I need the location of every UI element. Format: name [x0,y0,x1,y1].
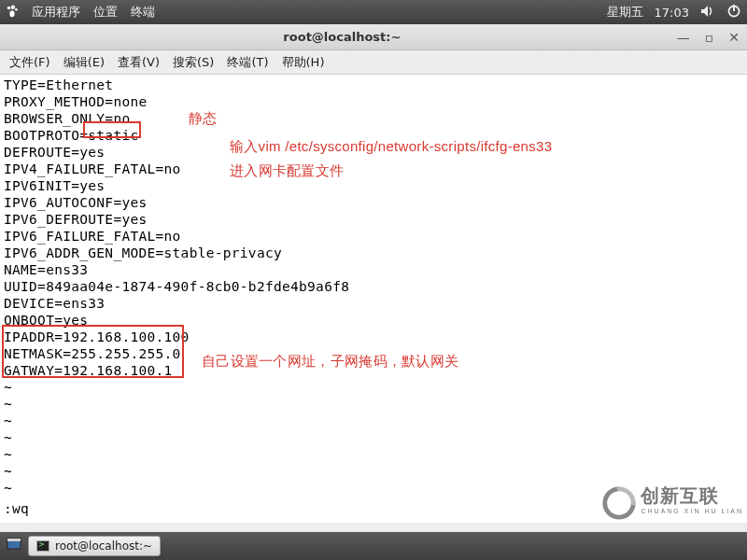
config-line: PROXY_METHOD=none [4,93,743,110]
window-minimize-button[interactable]: — [677,30,690,45]
menu-places[interactable]: 位置 [93,4,118,21]
power-icon[interactable] [726,4,741,21]
volume-icon[interactable] [700,4,715,21]
clock-day: 星期五 [607,4,643,21]
highlight-box-network [2,325,184,378]
vim-tilde: ~ [4,396,743,413]
menubar: 文件(F) 编辑(E) 查看(V) 搜索(S) 终端(T) 帮助(H) [0,50,747,75]
svg-rect-8 [7,539,21,541]
config-line: IPV6_AUTOCONF=yes [4,194,743,211]
config-line: IPV4_FAILURE_FATAL=no [4,161,743,177]
config-line: IPV6_FAILURE_FATAL=no [4,228,743,245]
highlight-box-static [83,121,141,138]
watermark-sub: CHUANG XIN HU LIAN [641,503,743,520]
config-line: UUID=849aa04e-1874-490f-8cb0-b2fde4b9a6f… [4,278,743,295]
terminal-content[interactable]: TYPE=Ethernet PROXY_METHOD=none BROWSER_… [0,75,747,523]
vim-tilde: ~ [4,446,743,463]
menu-search[interactable]: 搜索(S) [173,54,214,71]
config-line: DEVICE=ens33 [4,295,743,312]
vim-tilde: ~ [4,379,743,396]
svg-point-1 [11,5,15,8]
annotation-static: 静态 [189,110,218,127]
menu-help[interactable]: 帮助(H) [282,54,325,71]
taskbar-item-terminal[interactable]: root@localhost:~ [28,536,161,556]
menu-file[interactable]: 文件(F) [9,54,50,71]
window-maximize-button[interactable]: ▫ [705,30,714,45]
config-line: TYPE=Ethernet [4,77,743,93]
menu-terminal[interactable]: 终端(T) [227,54,268,71]
menu-edit[interactable]: 编辑(E) [63,54,105,71]
svg-point-2 [15,7,18,10]
menu-terminal[interactable]: 终端 [131,4,155,21]
watermark-logo-icon [601,485,637,521]
window-title: root@localhost:~ [7,30,677,44]
clock-time: 17:03 [655,6,689,20]
annotation-vim-line1: 输入vim /etc/sysconfig/network-scripts/ifc… [230,138,552,155]
activities-icon[interactable] [6,5,19,21]
vim-tilde: ~ [4,463,743,480]
config-line: NAME=ens33 [4,261,743,278]
annotation-vim-line2: 进入网卡配置文件 [230,162,344,179]
show-desktop-icon[interactable] [6,536,22,556]
config-line: IPV6_ADDR_GEN_MODE=stable-privacy [4,245,743,261]
bottom-panel: root@localhost:~ [0,532,747,560]
config-line: IPV6_DEFROUTE=yes [4,211,743,228]
terminal-icon [36,540,49,552]
menu-applications[interactable]: 应用程序 [32,4,80,21]
svg-point-0 [7,6,11,9]
vim-tilde: ~ [4,413,743,429]
svg-marker-4 [701,6,708,17]
annotation-ip-settings: 自己设置一个网址，子网掩码，默认网关 [202,353,458,370]
svg-point-3 [9,10,14,17]
window-titlebar: root@localhost:~ — ▫ ✕ [0,24,747,50]
watermark: 创新互联 CHUANG XIN HU LIAN [601,485,743,521]
taskbar-item-label: root@localhost:~ [55,539,152,553]
config-line: IPV6INIT=yes [4,177,743,194]
top-panel: 应用程序 位置 终端 星期五 17:03 [0,0,747,24]
menu-view[interactable]: 查看(V) [118,54,160,71]
window-close-button[interactable]: ✕ [728,30,740,45]
vim-tilde: ~ [4,429,743,446]
